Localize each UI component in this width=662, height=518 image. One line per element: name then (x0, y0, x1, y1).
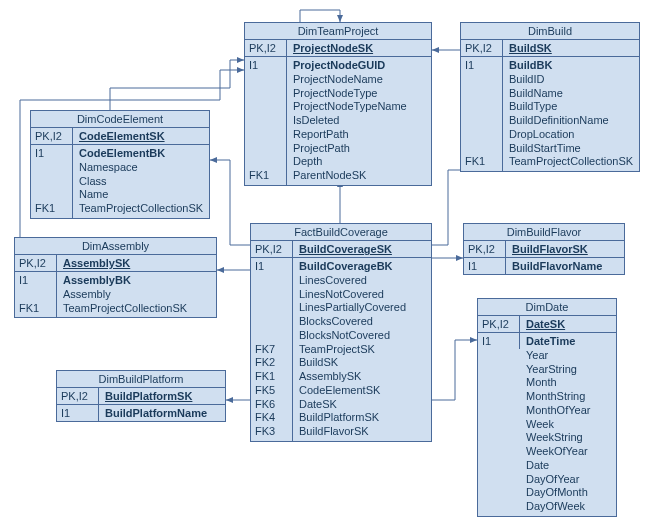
entity-title: DimBuild (461, 23, 639, 40)
entity-title: DimAssembly (15, 238, 216, 255)
entity-title: DimBuildPlatform (57, 371, 225, 388)
entity-dimdate: DimDate PK,I2 DateSK I1 DateTime Year Ye… (477, 298, 617, 517)
entity-title: DimDate (478, 299, 616, 316)
entity-factbuildcoverage: FactBuildCoverage PK,I2 BuildCoverageSK … (250, 223, 432, 442)
entity-dimassembly: DimAssembly PK,I2 AssemblySK I1 FK1 Asse… (14, 237, 217, 318)
entity-dimbuild: DimBuild PK,I2 BuildSK I1 FK1 BuildBK Bu… (460, 22, 640, 172)
entity-dimbuildplatform: DimBuildPlatform PK,I2 BuildPlatformSK I… (56, 370, 226, 422)
entity-title: DimBuildFlavor (464, 224, 624, 241)
entity-title: DimTeamProject (245, 23, 431, 40)
entity-dimbuildflavor: DimBuildFlavor PK,I2 BuildFlavorSK I1 Bu… (463, 223, 625, 275)
entity-dimteamproject: DimTeamProject PK,I2 ProjectNodeSK I1 FK… (244, 22, 432, 186)
entity-title: FactBuildCoverage (251, 224, 431, 241)
entity-title: DimCodeElement (31, 111, 209, 128)
entity-dimcodeelement: DimCodeElement PK,I2 CodeElementSK I1 FK… (30, 110, 210, 219)
